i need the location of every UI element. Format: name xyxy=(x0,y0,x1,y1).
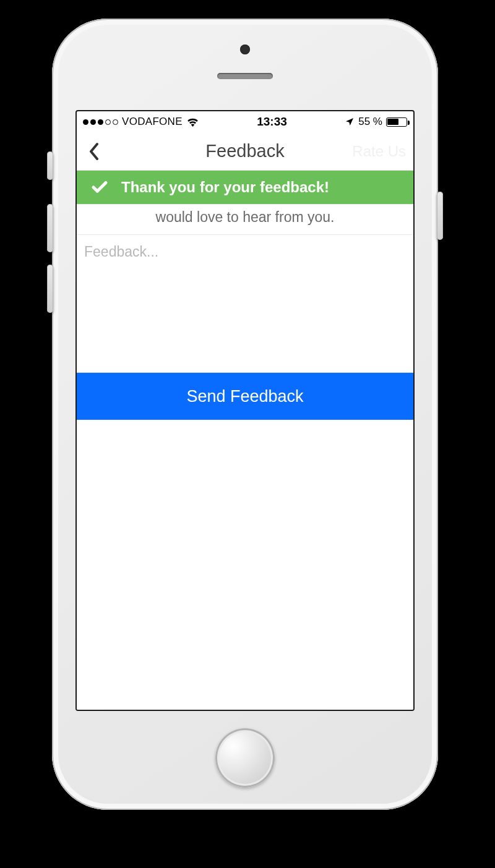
checkmark-icon xyxy=(89,177,110,198)
battery-icon xyxy=(386,117,407,127)
feedback-input[interactable] xyxy=(77,235,413,370)
location-icon xyxy=(345,117,355,127)
carrier-label: VODAFONE xyxy=(122,116,183,128)
intro-text: would love to hear from you. xyxy=(77,204,413,235)
mute-switch xyxy=(47,151,53,180)
earpiece-speaker xyxy=(217,73,273,79)
page-title: Feedback xyxy=(205,141,284,161)
volume-up-button xyxy=(47,204,53,252)
device-frame: VODAFONE 13:33 55 % xyxy=(52,19,438,810)
volume-down-button xyxy=(47,265,53,313)
back-button[interactable] xyxy=(82,139,106,164)
home-button[interactable] xyxy=(215,728,275,788)
send-feedback-button[interactable]: Send Feedback xyxy=(77,373,413,420)
battery-percent: 55 % xyxy=(358,116,382,128)
rate-us-button[interactable]: Rate Us xyxy=(352,143,406,160)
signal-strength-icon xyxy=(83,119,118,125)
toast-message: Thank you for your feedback! xyxy=(121,179,329,196)
chevron-left-icon xyxy=(88,142,100,161)
status-bar: VODAFONE 13:33 55 % xyxy=(77,111,413,132)
success-toast: Thank you for your feedback! xyxy=(77,171,413,204)
wifi-icon xyxy=(186,117,199,127)
front-camera xyxy=(240,45,250,54)
clock: 13:33 xyxy=(257,115,287,129)
screen: VODAFONE 13:33 55 % xyxy=(75,110,415,711)
nav-bar: Feedback Rate Us xyxy=(77,132,413,171)
empty-area xyxy=(77,420,413,710)
power-button xyxy=(437,192,443,240)
